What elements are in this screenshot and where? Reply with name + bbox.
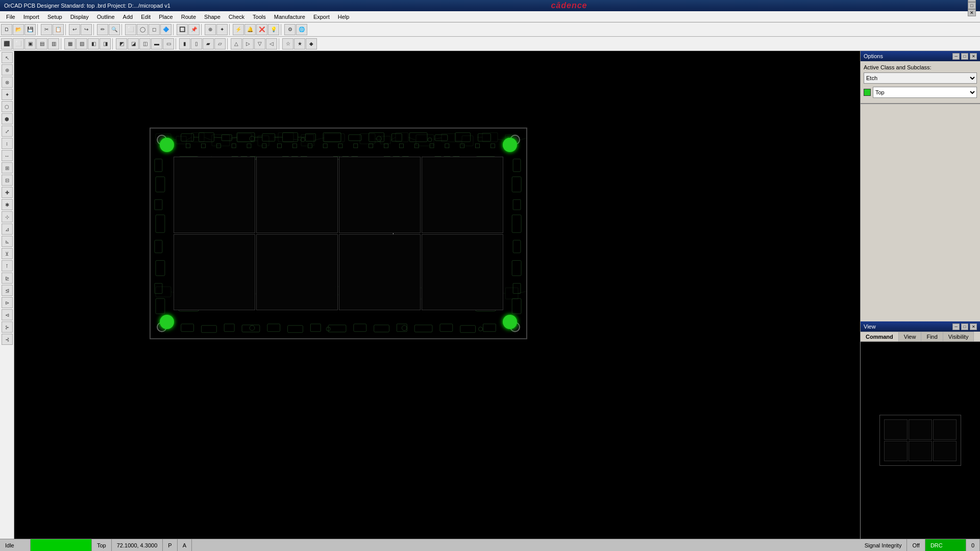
toolbar1-btn-21[interactable]: ⊕ [205, 24, 216, 35]
view-close-btn[interactable]: ✕ [970, 323, 977, 330]
left-toolbar-btn-0[interactable]: ↖ [2, 52, 13, 63]
left-toolbar-btn-7[interactable]: ↕ [2, 138, 13, 149]
toolbar2-btn-20[interactable]: ▱ [214, 38, 226, 49]
toolbar2-btn-6[interactable]: ▦ [64, 38, 76, 49]
toolbar1-btn-22[interactable]: ✦ [216, 24, 228, 35]
tab-find[interactable]: Find [921, 332, 943, 341]
toolbar2-btn-19[interactable]: ▰ [203, 38, 214, 49]
toolbar1-btn-7[interactable]: ↩ [69, 24, 80, 35]
menu-item-place[interactable]: Place [155, 13, 177, 21]
toolbar1-btn-16[interactable]: 🔷 [160, 24, 172, 35]
left-toolbar-btn-22[interactable]: ⊱ [2, 321, 13, 333]
toolbar2-btn-1[interactable]: ⬜ [13, 38, 24, 49]
toolbar1-btn-24[interactable]: ⚡ [233, 24, 244, 35]
toolbar1-btn-25[interactable]: 🔔 [244, 24, 256, 35]
menu-item-outline[interactable]: Outline [93, 13, 119, 21]
menu-item-manufacture[interactable]: Manufacture [270, 13, 309, 21]
left-toolbar-btn-9[interactable]: ⊞ [2, 162, 13, 173]
left-toolbar-btn-2[interactable]: ⊗ [2, 77, 13, 88]
canvas-area[interactable] [14, 51, 860, 539]
toolbar2-btn-27[interactable]: ☆ [282, 38, 293, 49]
toolbar2-btn-28[interactable]: ★ [294, 38, 305, 49]
toolbar1-btn-30[interactable]: 🌐 [296, 24, 307, 35]
restore-button[interactable]: □ [968, 2, 976, 9]
menu-item-shape[interactable]: Shape [200, 13, 225, 21]
left-toolbar-btn-16[interactable]: ⊻ [2, 248, 13, 259]
toolbar1-btn-5[interactable]: 📋 [53, 24, 64, 35]
left-toolbar-btn-19[interactable]: ⊴ [2, 285, 13, 296]
left-toolbar-btn-10[interactable]: ⊟ [2, 174, 13, 186]
left-toolbar-btn-3[interactable]: ✦ [2, 89, 13, 100]
toolbar2-btn-3[interactable]: ▤ [36, 38, 47, 49]
toolbar2-btn-7[interactable]: ▧ [76, 38, 87, 49]
toolbar2-btn-25[interactable]: ◁ [266, 38, 277, 49]
left-toolbar-btn-15[interactable]: ⊾ [2, 236, 13, 247]
left-toolbar-btn-12[interactable]: ✱ [2, 199, 13, 210]
toolbar1-btn-13[interactable]: ⬜ [125, 24, 136, 35]
toolbar1-btn-4[interactable]: ✂ [41, 24, 52, 35]
menu-item-edit[interactable]: Edit [137, 13, 155, 21]
view-minimize-btn[interactable]: ─ [952, 323, 960, 330]
toolbar1-btn-27[interactable]: 💡 [268, 24, 279, 35]
toolbar2-btn-12[interactable]: ◪ [128, 38, 139, 49]
toolbar2-btn-22[interactable]: △ [231, 38, 242, 49]
toolbar1-btn-18[interactable]: 🔲 [177, 24, 188, 35]
left-toolbar-btn-18[interactable]: ⊵ [2, 272, 13, 284]
toolbar2-btn-15[interactable]: ▭ [163, 38, 174, 49]
toolbar1-btn-11[interactable]: 🔍 [109, 24, 120, 35]
toolbar2-btn-4[interactable]: ▥ [48, 38, 59, 49]
left-toolbar-btn-5[interactable]: ⬢ [2, 113, 13, 124]
toolbar2-btn-13[interactable]: ◫ [139, 38, 151, 49]
left-toolbar-btn-23[interactable]: ⊰ [2, 334, 13, 345]
close-button[interactable]: ✕ [968, 9, 976, 16]
toolbar1-btn-1[interactable]: 📂 [13, 24, 24, 35]
toolbar2-btn-0[interactable]: ⬛ [1, 38, 12, 49]
toolbar2-btn-11[interactable]: ◩ [116, 38, 127, 49]
toolbar1-btn-14[interactable]: ◯ [137, 24, 148, 35]
toolbar2-btn-18[interactable]: ▯ [191, 38, 202, 49]
toolbar1-btn-2[interactable]: 💾 [24, 24, 36, 35]
view-restore-btn[interactable]: □ [961, 323, 968, 330]
menu-item-help[interactable]: Help [334, 13, 354, 21]
tab-visibility[interactable]: Visibility [943, 332, 974, 341]
menu-item-route[interactable]: Route [177, 13, 200, 21]
class-select[interactable]: Etch Package Geometry Board Geometry Via [864, 72, 977, 84]
menu-item-check[interactable]: Check [225, 13, 249, 21]
menu-item-display[interactable]: Display [66, 13, 93, 21]
menu-item-export[interactable]: Export [309, 13, 334, 21]
options-close-btn[interactable]: ✕ [970, 53, 977, 60]
options-restore-btn[interactable]: □ [961, 53, 968, 60]
menu-item-import[interactable]: Import [19, 13, 43, 21]
toolbar2-btn-14[interactable]: ▬ [151, 38, 162, 49]
left-toolbar-btn-6[interactable]: ⤢ [2, 126, 13, 137]
toolbar1-btn-10[interactable]: ✏ [97, 24, 108, 35]
toolbar2-btn-2[interactable]: ▣ [24, 38, 36, 49]
tab-command[interactable]: Command [861, 332, 899, 341]
toolbar1-btn-26[interactable]: ❌ [256, 24, 267, 35]
toolbar1-btn-0[interactable]: 🗋 [1, 24, 12, 35]
toolbar1-btn-8[interactable]: ↪ [81, 24, 92, 35]
menu-item-setup[interactable]: Setup [43, 13, 66, 21]
toolbar2-btn-24[interactable]: ▽ [254, 38, 265, 49]
left-toolbar-btn-13[interactable]: ⊹ [2, 211, 13, 222]
menu-item-file[interactable]: File [2, 13, 19, 21]
left-toolbar-btn-1[interactable]: ⊕ [2, 64, 13, 76]
left-toolbar-btn-20[interactable]: ⊳ [2, 297, 13, 308]
left-toolbar-btn-17[interactable]: ⊺ [2, 260, 13, 271]
left-toolbar-btn-4[interactable]: ⬡ [2, 101, 13, 112]
toolbar2-btn-29[interactable]: ◆ [306, 38, 317, 49]
left-toolbar-btn-8[interactable]: ↔ [2, 150, 13, 161]
toolbar1-btn-29[interactable]: ⚙ [284, 24, 296, 35]
toolbar1-btn-19[interactable]: 📌 [188, 24, 200, 35]
options-minimize-btn[interactable]: ─ [952, 53, 960, 60]
left-toolbar-btn-14[interactable]: ⊿ [2, 223, 13, 235]
tab-view[interactable]: View [899, 332, 922, 341]
subclass-select[interactable]: Top Bottom Inner1 Inner2 [873, 87, 977, 98]
toolbar2-btn-23[interactable]: ▷ [242, 38, 254, 49]
menu-item-add[interactable]: Add [119, 13, 137, 21]
toolbar2-btn-17[interactable]: ▮ [179, 38, 190, 49]
menu-item-tools[interactable]: Tools [249, 13, 270, 21]
toolbar2-btn-8[interactable]: ◧ [88, 38, 99, 49]
left-toolbar-btn-21[interactable]: ⊲ [2, 309, 13, 320]
toolbar2-btn-9[interactable]: ◨ [100, 38, 111, 49]
